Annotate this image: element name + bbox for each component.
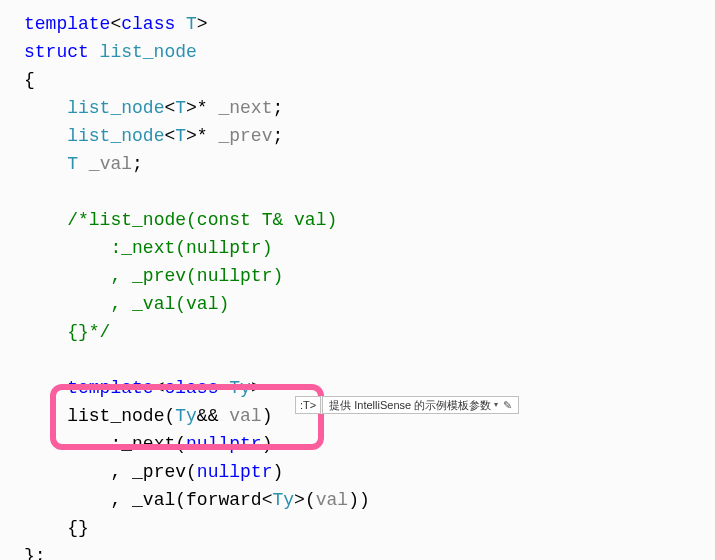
code-line: , _prev(nullptr) xyxy=(24,262,715,290)
type-T: T xyxy=(175,14,197,34)
code-line: {}*/ xyxy=(24,318,715,346)
param-val: val xyxy=(229,406,261,426)
type-Ty: Ty xyxy=(218,378,250,398)
code-line: :_next(nullptr) xyxy=(24,430,715,458)
intellisense-text: 提供 IntelliSense 的示例模板参数 xyxy=(329,391,491,419)
code-line: :_next(nullptr) xyxy=(24,234,715,262)
intellisense-body[interactable]: 提供 IntelliSense 的示例模板参数 ▾ ✎ xyxy=(322,396,519,414)
intellisense-pill-text: :T> xyxy=(300,391,316,419)
code-line: list_node<T>* _prev; xyxy=(24,122,715,150)
keyword-template: template xyxy=(24,14,110,34)
code-line: , _prev(nullptr) xyxy=(24,458,715,486)
edit-icon[interactable]: ✎ xyxy=(503,391,512,419)
member-val: _val xyxy=(78,154,132,174)
code-line: list_node<T>* _next; xyxy=(24,94,715,122)
comment-block: /*list_node(const T& val) xyxy=(67,210,337,230)
code-line: , _val(val) xyxy=(24,290,715,318)
blank-line xyxy=(24,346,715,374)
code-line: struct list_node xyxy=(24,38,715,66)
code-line: {} xyxy=(24,514,715,542)
member-prev: _prev xyxy=(218,126,272,146)
code-editor[interactable]: template<class T> struct list_node { lis… xyxy=(24,10,715,560)
blank-line xyxy=(24,178,715,206)
code-line: { xyxy=(24,66,715,94)
code-line: , _val(forward<Ty>(val)) xyxy=(24,486,715,514)
code-line: /*list_node(const T& val) xyxy=(24,206,715,234)
code-line: }; xyxy=(24,542,715,560)
type-list-node: list_node xyxy=(89,42,197,62)
member-next: _next xyxy=(218,98,272,118)
intellisense-template-bar[interactable]: :T> 提供 IntelliSense 的示例模板参数 ▾ ✎ xyxy=(295,396,519,414)
code-line: T _val; xyxy=(24,150,715,178)
dropdown-icon[interactable]: ▾ xyxy=(494,391,498,419)
keyword-struct: struct xyxy=(24,42,89,62)
keyword-nullptr: nullptr xyxy=(186,434,262,454)
intellisense-pill[interactable]: :T> xyxy=(295,396,321,414)
code-line: template<class T> xyxy=(24,10,715,38)
keyword-class: class xyxy=(121,14,175,34)
